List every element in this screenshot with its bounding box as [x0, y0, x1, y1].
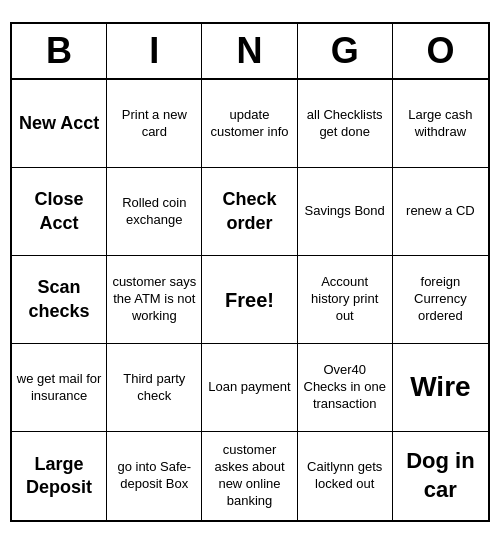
bingo-cell: Over40 Checks in one transaction — [298, 344, 393, 432]
bingo-cell: Wire — [393, 344, 488, 432]
bingo-cell: Account history print out — [298, 256, 393, 344]
bingo-cell: go into Safe-deposit Box — [107, 432, 202, 520]
bingo-cell: Savings Bond — [298, 168, 393, 256]
bingo-header: BINGO — [12, 24, 488, 80]
bingo-cell: Large Deposit — [12, 432, 107, 520]
bingo-cell: Caitlynn gets locked out — [298, 432, 393, 520]
bingo-grid: New AcctPrint a new cardupdate customer … — [12, 80, 488, 520]
bingo-header-letter: I — [107, 24, 202, 78]
bingo-cell: Scan checks — [12, 256, 107, 344]
bingo-cell: all Checklists get done — [298, 80, 393, 168]
bingo-cell: Close Acct — [12, 168, 107, 256]
bingo-cell: New Acct — [12, 80, 107, 168]
bingo-cell: Print a new card — [107, 80, 202, 168]
bingo-header-letter: G — [298, 24, 393, 78]
bingo-header-letter: B — [12, 24, 107, 78]
bingo-header-letter: N — [202, 24, 297, 78]
bingo-cell: customer says the ATM is not working — [107, 256, 202, 344]
bingo-cell: Large cash withdraw — [393, 80, 488, 168]
bingo-cell: update customer info — [202, 80, 297, 168]
bingo-cell: customer askes about new online banking — [202, 432, 297, 520]
bingo-cell: Third party check — [107, 344, 202, 432]
bingo-cell: Rolled coin exchange — [107, 168, 202, 256]
bingo-cell: we get mail for insurance — [12, 344, 107, 432]
bingo-card: BINGO New AcctPrint a new cardupdate cus… — [10, 22, 490, 522]
bingo-cell: Dog in car — [393, 432, 488, 520]
bingo-cell: Loan payment — [202, 344, 297, 432]
bingo-header-letter: O — [393, 24, 488, 78]
bingo-cell: Check order — [202, 168, 297, 256]
bingo-cell: foreign Currency ordered — [393, 256, 488, 344]
bingo-cell: Free! — [202, 256, 297, 344]
bingo-cell: renew a CD — [393, 168, 488, 256]
